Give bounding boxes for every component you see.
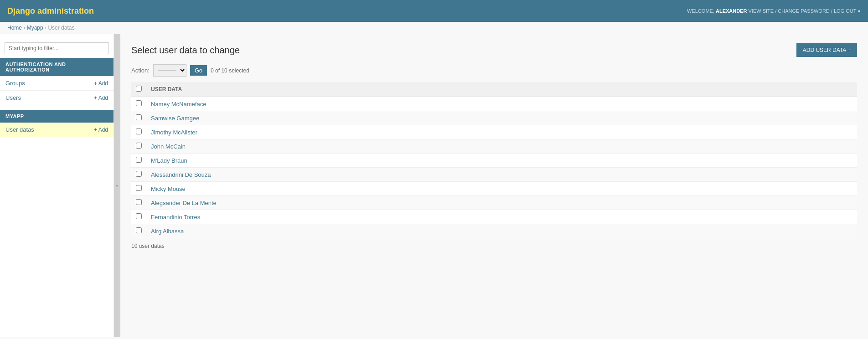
row-checkbox[interactable] [136, 199, 142, 205]
content-area: Select user data to change ADD USER DATA… [120, 34, 868, 337]
sidebar-toggle[interactable]: « [114, 34, 120, 337]
user-link[interactable]: John McCain [151, 143, 186, 150]
table-row: Alrg Albassa [131, 224, 857, 238]
go-button[interactable]: Go [190, 65, 207, 76]
row-checkbox[interactable] [136, 157, 142, 163]
view-site-link[interactable]: VIEW SITE [749, 8, 774, 14]
row-checkbox[interactable] [136, 100, 142, 106]
table-row: Namey McNameface [131, 97, 857, 111]
sidebar-filter-input[interactable] [5, 42, 109, 54]
sidebar-item-users: Users + Add [0, 91, 114, 105]
groups-add-link[interactable]: + Add [94, 80, 108, 87]
row-checkbox[interactable] [136, 213, 142, 219]
welcome-text: WELCOME, [687, 8, 714, 14]
sidebar-item-user-datas: User datas + Add [0, 123, 114, 137]
collapse-icon: « [116, 183, 119, 188]
add-user-data-button[interactable]: ADD USER DATA + [796, 43, 857, 57]
breadcrumb-myapp[interactable]: Myapp [27, 25, 43, 31]
page-title: Select user data to change [131, 45, 240, 56]
user-tools: WELCOME, ALEXANDER VIEW SITE / CHANGE PA… [687, 8, 861, 14]
selected-count: 0 of 10 selected [211, 67, 249, 74]
action-select[interactable]: --------- [153, 64, 186, 77]
row-checkbox[interactable] [136, 227, 142, 233]
user-link[interactable]: Micky Mouse [151, 185, 186, 192]
main-container: AUTHENTICATION AND AUTHORIZATION Groups … [0, 34, 868, 337]
sidebar-item-groups: Groups + Add [0, 76, 114, 91]
row-checkbox[interactable] [136, 185, 142, 191]
user-link[interactable]: Fernandinio Torres [151, 214, 200, 221]
user-link[interactable]: Alegsander De La Mente [151, 200, 217, 206]
groups-link[interactable]: Groups [5, 80, 25, 87]
table-row: Alegsander De La Mente [131, 196, 857, 210]
select-all-checkbox[interactable] [136, 86, 142, 92]
header: Django administration WELCOME, ALEXANDER… [0, 0, 868, 22]
user-datas-link[interactable]: User datas [5, 126, 34, 133]
user-link[interactable]: M'Lady Braun [151, 157, 187, 164]
table-row: Alessandrini De Souza [131, 168, 857, 182]
results-count: 10 user datas [131, 243, 857, 249]
myapp-section-header: MYAPP [0, 110, 114, 123]
user-link[interactable]: Namey McNameface [151, 101, 206, 108]
breadcrumb-current: User datas [48, 25, 74, 31]
table-row: Fernandinio Torres [131, 210, 857, 224]
results-table: USER DATA Namey McNameface Samwise Gamge… [131, 82, 857, 238]
auth-section-header: AUTHENTICATION AND AUTHORIZATION [0, 58, 114, 76]
user-link[interactable]: Alessandrini De Souza [151, 171, 211, 178]
table-row: Samwise Gamgee [131, 111, 857, 125]
user-datas-add-link[interactable]: + Add [94, 127, 108, 133]
username: ALEXANDER [716, 8, 747, 14]
content-header: Select user data to change ADD USER DATA… [131, 43, 857, 57]
user-link[interactable]: Alrg Albassa [151, 228, 184, 235]
breadcrumb-home[interactable]: Home [7, 25, 22, 31]
change-password-link[interactable]: CHANGE PASSWORD [778, 8, 829, 14]
users-link[interactable]: Users [5, 94, 21, 101]
breadcrumb: Home › Myapp › User datas [0, 22, 868, 34]
action-bar: Action: --------- Go 0 of 10 selected [131, 64, 857, 77]
table-row: Micky Mouse [131, 182, 857, 196]
row-checkbox[interactable] [136, 114, 142, 120]
table-header-row: USER DATA [131, 82, 857, 97]
user-link[interactable]: Jimothy McAlister [151, 129, 197, 136]
table-row: Jimothy McAlister [131, 125, 857, 139]
row-checkbox[interactable] [136, 128, 142, 134]
user-link[interactable]: Samwise Gamgee [151, 115, 199, 122]
users-add-link[interactable]: + Add [94, 95, 108, 101]
column-header-user-data: USER DATA [146, 82, 857, 97]
sidebar: AUTHENTICATION AND AUTHORIZATION Groups … [0, 34, 114, 337]
table-row: M'Lady Braun [131, 154, 857, 168]
site-title[interactable]: Django administration [7, 6, 94, 16]
action-label: Action: [131, 67, 150, 74]
log-out-link[interactable]: LOG OUT [834, 8, 856, 14]
table-row: John McCain [131, 139, 857, 154]
row-checkbox[interactable] [136, 143, 142, 149]
row-checkbox[interactable] [136, 171, 142, 177]
